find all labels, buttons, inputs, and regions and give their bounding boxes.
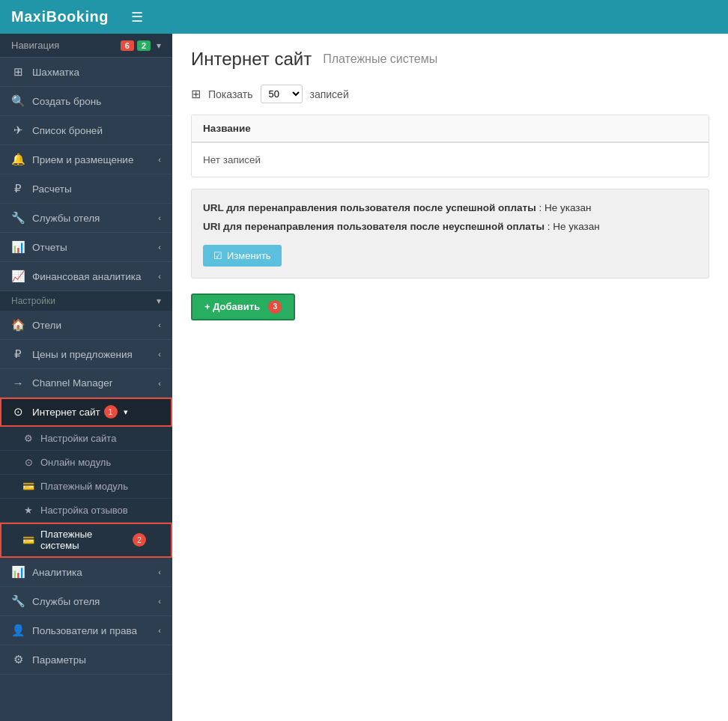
finance-icon: 📈 — [11, 270, 25, 283]
ruble-icon: ₽ — [11, 182, 25, 195]
show-label: Показать — [208, 88, 253, 100]
brand-logo: MaxiBooking — [11, 8, 109, 25]
globe-icon: ⊙ — [11, 405, 25, 419]
sidebar-item-finance-label: Финансовая аналитика — [32, 271, 142, 282]
prices-chevron-icon: ‹ — [158, 350, 161, 359]
sidebar-item-hotel-services[interactable]: 🔧 Службы отеля ‹ — [0, 204, 172, 233]
payment-systems-badge: 2 — [133, 533, 146, 547]
bell-icon: 🔔 — [11, 153, 25, 166]
star-icon: ★ — [22, 505, 34, 516]
sidebar-item-users[interactable]: 👤 Пользователи и права ‹ — [0, 616, 172, 645]
sidebar-submenu-payment-systems-label: Платежные системы — [40, 529, 133, 551]
online-icon: ⊙ — [22, 457, 34, 468]
sidebar-item-channel-manager-label: Channel Manager — [32, 377, 112, 389]
toolbar: ⊞ Показать 50 10 25 100 записей — [191, 85, 709, 103]
reception-chevron-icon: ‹ — [158, 155, 161, 164]
sidebar-item-channel-manager[interactable]: → Channel Manager ‹ — [0, 369, 172, 398]
sidebar-item-hotels-label: Отели — [32, 320, 61, 331]
analytics-icon: 📊 — [11, 565, 25, 579]
sidebar-item-internet-site[interactable]: ⊙ Интернет сайт 1 ▾ — [0, 398, 172, 427]
hotel-services2-chevron-icon: ‹ — [158, 597, 161, 606]
sidebar-item-internet-site-label: Интернет сайт — [32, 407, 100, 418]
info-box: URL для перенаправления пользователя пос… — [191, 189, 709, 279]
sidebar-item-analytics[interactable]: 📊 Аналитика ‹ — [0, 558, 172, 587]
sidebar-item-reception[interactable]: 🔔 Прием и размещение ‹ — [0, 145, 172, 174]
sidebar-item-hotel-services2[interactable]: 🔧 Службы отеля ‹ — [0, 587, 172, 616]
column-name: Название — [203, 123, 251, 134]
url-success-colon: : — [539, 202, 545, 213]
sidebar-item-prices-label: Цены и предложения — [32, 349, 133, 360]
sidebar-submenu-reviews[interactable]: ★ Настройка отзывов — [0, 499, 172, 523]
reports-icon: 📊 — [11, 240, 25, 254]
sidebar-submenu-site-settings[interactable]: ⚙ Настройки сайта — [0, 427, 172, 451]
nav-label: Навигация — [11, 40, 59, 51]
main-container: Навигация 6 2 ▾ ⊞ Шахматка 🔍 Создать бро… — [0, 34, 728, 721]
edit-button[interactable]: ☑ Изменить — [203, 245, 282, 267]
sidebar-item-params[interactable]: ⚙ Параметры — [0, 645, 172, 675]
bottom-actions: + Добавить 3 — [191, 293, 709, 320]
settings-chevron-icon[interactable]: ▾ — [157, 296, 161, 306]
sidebar-item-hotel-services-label: Службы отеля — [32, 213, 100, 224]
sidebar-item-payments-label: Расчеты — [32, 183, 72, 195]
channel-chevron-icon: ‹ — [158, 379, 161, 388]
user-icon: 👤 — [11, 624, 25, 637]
page-header: Интернет сайт Платежные системы — [191, 49, 709, 70]
sidebar-item-booking-list[interactable]: ✈ Список броней — [0, 116, 172, 145]
sidebar-item-reception-label: Прием и размещение — [32, 154, 133, 165]
sidebar-submenu-site-settings-label: Настройки сайта — [40, 433, 116, 444]
sidebar-item-chess-label: Шахматка — [32, 67, 79, 78]
add-button-badge: 3 — [268, 300, 282, 314]
gear-small-icon: ⚙ — [22, 433, 34, 444]
params-icon: ⚙ — [11, 653, 25, 666]
sidebar-item-hotels[interactable]: 🏠 Отели ‹ — [0, 311, 172, 340]
card-icon: 💳 — [22, 535, 34, 546]
sidebar-item-prices[interactable]: ₽ Цены и предложения ‹ — [0, 340, 172, 369]
nav-chevron-icon[interactable]: ▾ — [157, 40, 161, 51]
sidebar-item-finance[interactable]: 📈 Финансовая аналитика ‹ — [0, 262, 172, 291]
url-fail-value: Не указан — [553, 221, 599, 232]
sidebar-submenu-online-module[interactable]: ⊙ Онлайн модуль — [0, 451, 172, 475]
table-container: Название Нет записей — [191, 115, 709, 177]
sidebar-item-create-booking-label: Создать бронь — [32, 96, 101, 107]
finance-chevron-icon: ‹ — [158, 272, 161, 281]
hamburger-icon[interactable]: ☰ — [131, 9, 143, 25]
nav-badges: 6 2 ▾ — [121, 40, 161, 51]
sidebar-item-create-booking[interactable]: 🔍 Создать бронь — [0, 87, 172, 116]
sidebar-item-payments[interactable]: ₽ Расчеты — [0, 174, 172, 204]
per-page-select[interactable]: 50 10 25 100 — [261, 85, 303, 103]
plane-icon: ✈ — [11, 124, 25, 137]
sidebar-submenu-reviews-label: Настройка отзывов — [40, 505, 128, 516]
badge-red: 6 — [121, 40, 134, 51]
sidebar: Навигация 6 2 ▾ ⊞ Шахматка 🔍 Создать бро… — [0, 34, 172, 721]
channel-arrow-icon: → — [11, 377, 25, 389]
page-title: Интернет сайт — [191, 49, 312, 70]
home-icon: 🏠 — [11, 318, 25, 332]
table-view-icon[interactable]: ⊞ — [191, 87, 201, 101]
sidebar-item-booking-list-label: Список броней — [32, 125, 103, 136]
hotel-services-chevron-icon: ‹ — [158, 213, 161, 222]
internet-site-badge: 1 — [104, 405, 118, 419]
hotels-chevron-icon: ‹ — [158, 320, 161, 329]
users-chevron-icon: ‹ — [158, 626, 161, 635]
sidebar-submenu-payment-module[interactable]: 💳 Платежный модуль — [0, 475, 172, 499]
table-empty-message: Нет записей — [192, 143, 709, 177]
sidebar-submenu-payment-systems[interactable]: 💳 Платежные системы 2 — [0, 523, 172, 558]
settings-label: Настройки — [11, 296, 55, 306]
sidebar-item-chess[interactable]: ⊞ Шахматка — [0, 58, 172, 87]
sidebar-item-reports[interactable]: 📊 Отчеты ‹ — [0, 233, 172, 262]
edit-checkmark-icon: ☑ — [213, 250, 222, 261]
url-success-label: URL для перенаправления пользователя пос… — [203, 202, 536, 213]
url-success-value: Не указан — [545, 202, 591, 213]
badge-green: 2 — [137, 40, 151, 51]
sidebar-item-users-label: Пользователи и права — [32, 625, 137, 636]
add-button[interactable]: + Добавить 3 — [191, 293, 295, 320]
page-subtitle: Платежные системы — [323, 52, 437, 66]
table-header: Название — [192, 115, 709, 143]
url-fail-text: URI для перенаправления пользователя пос… — [203, 219, 697, 234]
url-fail-label: URI для перенаправления пользователя пос… — [203, 221, 545, 232]
chess-icon: ⊞ — [11, 65, 25, 79]
analytics-chevron-icon: ‹ — [158, 568, 161, 577]
reports-chevron-icon: ‹ — [158, 243, 161, 252]
settings-section-header: Настройки ▾ — [0, 291, 172, 311]
edit-button-label: Изменить — [227, 250, 271, 261]
